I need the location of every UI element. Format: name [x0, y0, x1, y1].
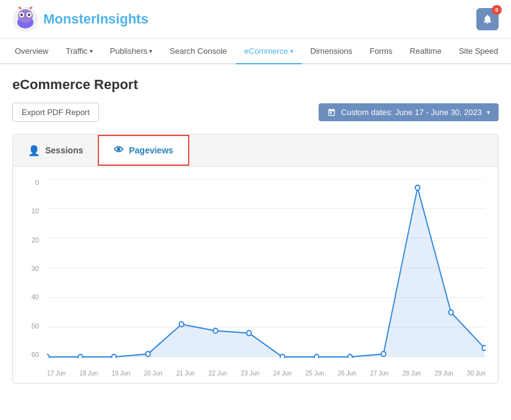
y-label-0: 0 — [25, 179, 44, 186]
x-label-18jun: 18 Jun — [79, 370, 98, 377]
nav-item-site-speed[interactable]: Site Speed — [450, 39, 507, 63]
chart-area: 60 50 40 30 20 10 0 — [13, 166, 498, 383]
x-label-25jun: 25 Jun — [306, 370, 324, 377]
chart-svg-wrapper — [47, 179, 486, 358]
logo-text-plain: Monster — [43, 11, 97, 27]
y-axis: 60 50 40 30 20 10 0 — [25, 179, 44, 358]
header: MonsterInsights 0 — [0, 0, 511, 39]
y-label-30: 30 — [25, 265, 44, 272]
chart-tabs: 👤 Sessions 👁 Pageviews — [13, 135, 498, 166]
x-label-22jun: 22 Jun — [208, 370, 227, 377]
x-label-21jun: 21 Jun — [176, 370, 195, 377]
y-label-20: 20 — [25, 236, 44, 244]
data-point-12 — [449, 310, 453, 315]
nav-item-forms[interactable]: Forms — [361, 39, 402, 63]
y-label-50: 50 — [25, 322, 44, 330]
nav-item-realtime[interactable]: Realtime — [401, 39, 450, 63]
export-pdf-button[interactable]: Export PDF Report — [12, 103, 99, 122]
person-icon: 👤 — [28, 145, 40, 156]
date-range-label: Custom dates: June 17 - June 30, 2023 — [341, 108, 482, 117]
tab-pageviews-label: Pageviews — [129, 145, 173, 155]
x-label-17jun: 17 Jun — [47, 370, 66, 377]
date-picker-button[interactable]: Custom dates: June 17 - June 30, 2023 ▾ — [319, 103, 499, 121]
line-chart — [47, 179, 486, 358]
x-label-24jun: 24 Jun — [273, 370, 292, 377]
eye-icon: 👁 — [114, 145, 124, 156]
svg-point-5 — [20, 14, 23, 16]
x-label-27jun: 27 Jun — [370, 370, 389, 377]
nav-item-ecommerce[interactable]: eCommerce ▾ — [236, 39, 302, 63]
notification-badge: 0 — [492, 5, 502, 15]
nav-item-overview[interactable]: Overview — [6, 39, 57, 63]
logo-icon — [12, 6, 38, 32]
x-label-19jun: 19 Jun — [111, 370, 130, 377]
logo-text: MonsterInsights — [43, 11, 148, 27]
chevron-down-icon: ▾ — [290, 48, 293, 54]
logo: MonsterInsights — [12, 6, 148, 32]
nav-item-publishers[interactable]: Publishers ▾ — [101, 39, 161, 63]
chart-panel: 👤 Sessions 👁 Pageviews 60 50 40 30 20 10… — [12, 134, 499, 384]
data-point-6 — [247, 331, 251, 336]
data-point-8 — [314, 354, 319, 358]
data-point-7 — [280, 354, 285, 358]
svg-point-6 — [28, 14, 30, 16]
page-title: eCommerce Report — [12, 77, 499, 93]
nav-item-media[interactable]: Media — [507, 39, 511, 63]
chart-fill-area — [47, 187, 484, 357]
nav-item-dimensions[interactable]: Dimensions — [302, 39, 361, 63]
y-label-60: 60 — [25, 351, 44, 358]
x-axis: 17 Jun 18 Jun 19 Jun 20 Jun 21 Jun 22 Ju… — [47, 370, 486, 377]
main-content: eCommerce Report Export PDF Report Custo… — [0, 64, 511, 396]
chart-container: 60 50 40 30 20 10 0 — [25, 179, 486, 377]
tab-pageviews[interactable]: 👁 Pageviews — [98, 135, 189, 166]
bell-icon — [482, 14, 493, 25]
data-point-2 — [111, 354, 116, 358]
notification-button[interactable]: 0 — [476, 8, 499, 30]
header-right: 0 — [476, 8, 499, 30]
nav-item-search-console[interactable]: Search Console — [161, 39, 236, 63]
x-label-26jun: 26 Jun — [338, 370, 356, 377]
tab-sessions-label: Sessions — [45, 145, 83, 155]
data-point-11 — [415, 185, 419, 190]
data-point-3 — [146, 351, 150, 356]
toolbar: Export PDF Report Custom dates: June 17 … — [12, 103, 499, 122]
data-point-1 — [78, 354, 82, 358]
y-label-10: 10 — [25, 207, 44, 215]
data-point-9 — [348, 354, 352, 358]
data-point-10 — [381, 351, 385, 356]
x-label-28jun: 28 Jun — [402, 370, 421, 377]
logo-text-accent: Insights — [97, 11, 148, 27]
data-point-13 — [482, 346, 486, 351]
y-label-40: 40 — [25, 293, 44, 301]
calendar-icon — [327, 108, 336, 117]
data-point-0 — [47, 354, 49, 358]
chevron-down-icon: ▾ — [149, 48, 152, 54]
data-point-5 — [213, 328, 218, 333]
chevron-down-icon: ▾ — [487, 109, 490, 116]
x-label-29jun: 29 Jun — [435, 370, 453, 377]
x-label-20jun: 20 Jun — [144, 370, 163, 377]
main-nav: Overview Traffic ▾ Publishers ▾ Search C… — [0, 39, 511, 64]
chevron-down-icon: ▾ — [90, 48, 93, 54]
data-point-4 — [179, 322, 184, 327]
x-label-23jun: 23 Jun — [241, 370, 259, 377]
x-label-30jun: 30 Jun — [467, 370, 486, 377]
tab-sessions[interactable]: 👤 Sessions — [13, 135, 98, 166]
nav-item-traffic[interactable]: Traffic ▾ — [57, 39, 101, 63]
